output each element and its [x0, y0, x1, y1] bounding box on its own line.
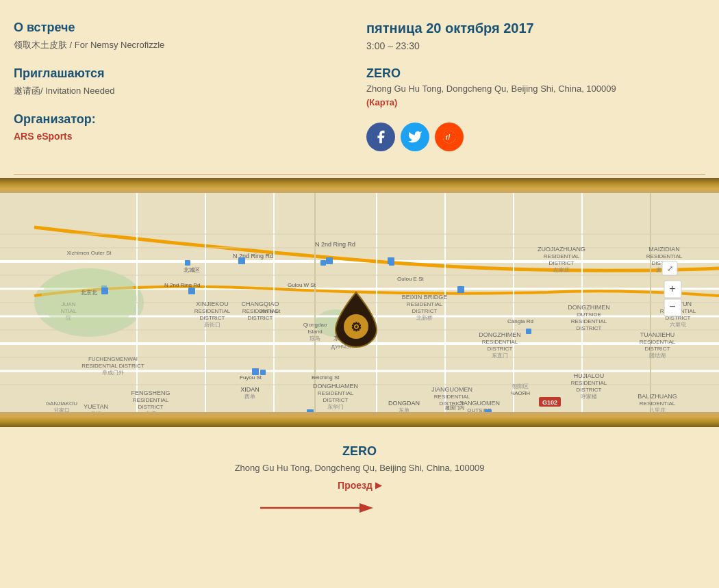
- svg-text:RESIDENTIAL: RESIDENTIAL: [544, 253, 580, 259]
- svg-text:DISTRICT: DISTRICT: [577, 325, 602, 331]
- svg-text:Gulou E St: Gulou E St: [397, 276, 424, 282]
- svg-text:XIDAN: XIDAN: [240, 386, 260, 393]
- svg-text:TUANJIEHU: TUANJIEHU: [640, 331, 675, 338]
- svg-text:东单: 东单: [399, 407, 409, 412]
- svg-text:Qiongdao: Qiongdao: [303, 322, 327, 328]
- svg-text:ЧАОЯН: ЧАОЯН: [511, 390, 530, 396]
- map-container: N 2nd Ring Rd N 2nd Ring Rd N 2nd Ring R…: [0, 193, 719, 412]
- svg-text:琼岛: 琼岛: [310, 335, 320, 342]
- svg-text:MAIZIDIAN: MAIZIDIAN: [648, 246, 680, 253]
- svg-text:RESIDENTIAL: RESIDENTIAL: [640, 400, 676, 407]
- svg-text:左家庄: 左家庄: [553, 267, 570, 273]
- directions-arrow-icon: ▶: [375, 481, 381, 490]
- svg-text:XINJIEKOU: XINJIEKOU: [196, 301, 229, 307]
- svg-text:新街口: 新街口: [204, 322, 220, 328]
- svg-text:丰盛: 丰盛: [145, 411, 156, 412]
- directions-label: Проезд: [338, 480, 373, 491]
- svg-text:DONGDAN: DONGDAN: [388, 400, 420, 407]
- svg-text:RESIDENTIAL: RESIDENTIAL: [407, 301, 443, 307]
- svg-text:DISTRICT: DISTRICT: [138, 404, 164, 410]
- svg-text:Cangla Rd: Cangla Rd: [507, 318, 533, 324]
- social-icons: r/: [366, 123, 692, 151]
- svg-rect-125: [238, 257, 245, 264]
- info-right: пятница 20 октября 2017 3:00 – 23:30 ZER…: [353, 21, 692, 157]
- svg-text:DONGZHIMEN: DONGZHIMEN: [479, 331, 521, 338]
- svg-text:r/: r/: [446, 133, 451, 141]
- svg-text:阜成门外: 阜成门外: [102, 370, 124, 376]
- svg-text:⚙: ⚙: [351, 320, 362, 334]
- svg-text:DISTRICT: DISTRICT: [412, 308, 438, 314]
- svg-rect-133: [307, 409, 314, 412]
- svg-text:团结湖: 团结湖: [649, 353, 666, 359]
- svg-text:CHANGQIAO: CHANGQIAO: [241, 301, 279, 307]
- location-section: ZERO Zhong Gu Hu Tong, Dongcheng Qu, Bei…: [0, 431, 719, 546]
- svg-text:YUETAN: YUETAN: [84, 403, 108, 410]
- svg-rect-28: [320, 260, 326, 266]
- info-section: О встрече 领取木土皮肤 / For Nemsy Necrofizzle…: [0, 0, 719, 170]
- svg-rect-31: [526, 329, 531, 334]
- svg-text:DONGHUAMEN: DONGHUAMEN: [313, 383, 358, 389]
- svg-text:RESIDENTIAL: RESIDENTIAL: [571, 380, 607, 386]
- svg-text:北城区: 北城区: [184, 267, 200, 273]
- divider: [14, 174, 705, 175]
- directions-link[interactable]: Проезд ▶: [338, 480, 381, 491]
- svg-text:Island: Island: [307, 329, 322, 335]
- svg-text:JIANGUOMEN: JIANGUOMEN: [431, 386, 472, 393]
- map-svg: N 2nd Ring Rd N 2nd Ring Rd N 2nd Ring R…: [0, 193, 719, 412]
- svg-text:+: +: [669, 283, 675, 294]
- svg-text:DISTRICT: DISTRICT: [549, 260, 575, 266]
- svg-text:东直门: 东直门: [492, 353, 508, 359]
- map-link[interactable]: (Карта): [366, 97, 397, 107]
- svg-text:朝阳区: 朝阳区: [512, 383, 529, 389]
- svg-text:北京北: 北京北: [81, 290, 97, 296]
- svg-text:Gulou W St: Gulou W St: [288, 282, 316, 288]
- svg-text:ZUOJIAZHUANG: ZUOJIAZHUANG: [538, 246, 585, 253]
- svg-text:RESIDENTIAL: RESIDENTIAL: [640, 339, 676, 345]
- invitees-text: 邀请函/ Invitation Needed: [14, 85, 339, 97]
- svg-text:月坛: 月坛: [90, 411, 101, 412]
- svg-text:RESIDENTIAL: RESIDENTIAL: [571, 318, 607, 324]
- svg-text:西单: 西单: [244, 394, 255, 400]
- svg-text:RESIDENTIAL: RESIDENTIAL: [646, 253, 683, 259]
- facebook-icon[interactable]: [366, 123, 395, 151]
- svg-text:HUJIALOU: HUJIALOU: [574, 372, 605, 379]
- scroll-band-top: [0, 178, 719, 193]
- svg-text:RESIDENTIAL: RESIDENTIAL: [133, 397, 169, 403]
- svg-text:Fuyou St: Fuyou St: [240, 374, 262, 381]
- svg-rect-126: [326, 257, 333, 264]
- venue-title: ZERO: [366, 66, 692, 81]
- location-venue-title: ZERO: [14, 444, 705, 459]
- about-subtitle: 领取木土皮肤 / For Nemsy Necrofizzle: [14, 39, 339, 51]
- scroll-wrapper: N 2nd Ring Rd N 2nd Ring Rd N 2nd Ring R…: [0, 178, 719, 427]
- svg-text:BALIZHUANG: BALIZHUANG: [638, 393, 677, 400]
- twitter-icon[interactable]: [401, 123, 429, 151]
- organizer-title: Организатор:: [14, 112, 339, 127]
- about-title: О встрече: [14, 21, 339, 35]
- organizer-block: Организатор: ARS eSports: [14, 112, 339, 142]
- svg-rect-27: [185, 260, 190, 266]
- svg-marker-145: [360, 503, 373, 513]
- svg-text:JIANGUOMEN: JIANGUOMEN: [459, 400, 500, 407]
- svg-text:DISTRICT: DISTRICT: [248, 315, 273, 321]
- svg-rect-129: [101, 287, 108, 294]
- svg-text:六里屯: 六里屯: [670, 322, 686, 328]
- reddit-icon[interactable]: r/: [435, 123, 464, 151]
- svg-text:建国门内: 建国门内: [444, 405, 464, 410]
- svg-rect-127: [388, 257, 394, 264]
- invitees-block: Приглашаются 邀请函/ Invitation Needed: [14, 66, 339, 97]
- red-arrow-svg: [253, 498, 390, 525]
- svg-text:FUCHENGMENWAI: FUCHENGMENWAI: [88, 356, 138, 362]
- svg-text:FENGSHENG: FENGSHENG: [131, 389, 170, 396]
- svg-text:RESIDENTIAL DISTRICT: RESIDENTIAL DISTRICT: [81, 363, 144, 369]
- svg-rect-128: [188, 287, 195, 294]
- about-block: О встрече 领取木土皮肤 / For Nemsy Necrofizzle: [14, 21, 339, 51]
- svg-text:RESIDENTIAL: RESIDENTIAL: [318, 390, 354, 396]
- svg-point-121: [41, 268, 137, 330]
- svg-rect-130: [457, 286, 464, 293]
- event-date: пятница 20 октября 2017: [366, 21, 692, 36]
- svg-text:Beiching St: Beiching St: [312, 374, 340, 381]
- svg-text:Xizhimen Outer St: Xizhimen Outer St: [67, 250, 112, 256]
- date-block: пятница 20 октября 2017 3:00 – 23:30: [366, 21, 692, 51]
- svg-text:N 2nd Ring Rd: N 2nd Ring Rd: [315, 241, 355, 248]
- svg-text:OUTSIDE: OUTSIDE: [577, 311, 601, 318]
